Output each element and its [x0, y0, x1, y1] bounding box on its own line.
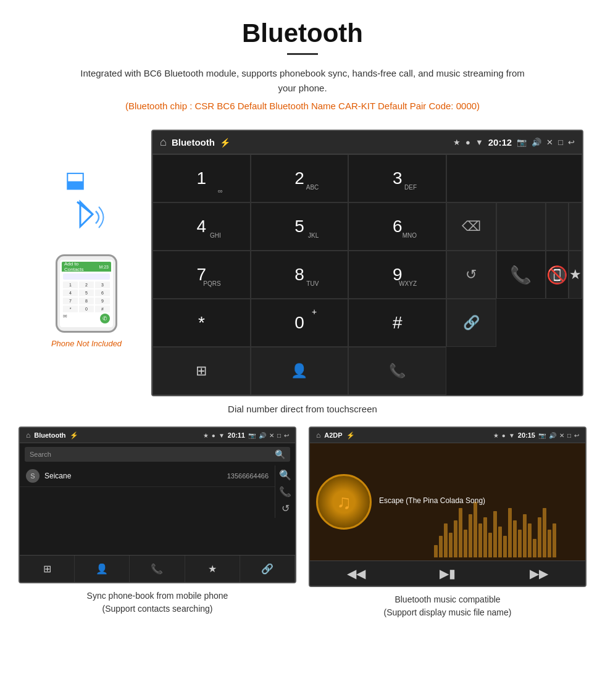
dial-key-1[interactable]: 1 ∞ [152, 154, 251, 202]
viz-bar [548, 530, 551, 557]
phonebook-caption-line2: (Support contacts searching) [102, 604, 213, 614]
phone-call-button[interactable]: ✆ [100, 314, 110, 323]
dial-key-star[interactable]: * [152, 299, 251, 347]
bluetooth-waves-svg [65, 193, 108, 242]
pb-win-icon[interactable]: □ [277, 432, 281, 439]
dial-empty-r2c2 [546, 202, 569, 251]
pb-contact-row[interactable]: S Seicane 13566664466 [20, 465, 275, 487]
pb-contact-number: 13566664466 [227, 472, 269, 480]
car-bluetooth-status: ★ [453, 138, 461, 147]
bluetooth-bottom-icon: ★ [569, 267, 582, 283]
pb-phone-right-icon[interactable]: 📞 [279, 486, 291, 498]
page-title: Bluetooth [25, 19, 580, 48]
phone-key-2[interactable]: 2 [79, 281, 94, 288]
pb-list: S Seicane 13566664466 [20, 465, 275, 518]
phone-key-9[interactable]: 9 [95, 298, 110, 304]
dial-key-0[interactable]: 0 + [251, 299, 349, 347]
phone-key-5[interactable]: 5 [79, 290, 94, 296]
phone-key-4[interactable]: 4 [63, 290, 78, 296]
dial-empty-r3c1 [569, 202, 582, 251]
dial-key-3[interactable]: 3 DEF [348, 154, 446, 202]
phonebook-card: ⌂ Bluetooth ⚡ ★ ● ▼ 20:11 📷 🔊 ✕ □ ↩ [19, 427, 296, 619]
car-back-icon[interactable]: ↩ [568, 138, 575, 147]
dial-key-8[interactable]: 8 TUV [251, 251, 349, 299]
music-prev-button[interactable]: ◀◀ [347, 566, 365, 581]
phone-icon: 📞 [389, 363, 406, 379]
car-close-icon[interactable]: ✕ [546, 138, 553, 147]
dial-key-4[interactable]: 4 GHI [152, 202, 251, 251]
viz-bar [488, 533, 492, 557]
pb-calls-btn[interactable]: 📞 [130, 556, 185, 582]
pb-back-icon[interactable]: ↩ [284, 432, 289, 439]
pb-contact-name: Seicane [44, 472, 227, 480]
phone-key-7[interactable]: 7 [63, 298, 78, 304]
pb-close-icon[interactable]: ✕ [269, 432, 274, 439]
dial-key-7[interactable]: 7 PQRS [152, 251, 251, 299]
dial-contact-icon[interactable]: 👤 [251, 347, 349, 395]
music-top-bar: ⌂ A2DP ⚡ ★ ● ▼ 20:15 📷 🔊 ✕ □ ↩ [310, 428, 585, 443]
pb-contacts-btn[interactable]: 👤 [75, 556, 130, 582]
dial-redial-button[interactable]: ↺ [446, 251, 496, 299]
phone-key-1[interactable]: 1 [63, 281, 78, 288]
viz-bar [508, 508, 512, 557]
dialpad-area: 1 ∞ 2 ABC 3 DEF 4 GHI 5 JKL [152, 154, 582, 395]
phone-key-0[interactable]: 0 [79, 306, 94, 312]
pb-bluetooth-btn[interactable]: ★ [185, 556, 240, 582]
dial-phone-icon[interactable]: 📞 [348, 347, 446, 395]
phone-key-star[interactable]: * [63, 306, 78, 312]
pb-top-right: ★ ● ▼ 20:11 📷 🔊 ✕ □ ↩ [203, 431, 289, 439]
viz-bar [533, 539, 536, 557]
pb-dialpad-btn[interactable]: ⊞ [20, 556, 75, 582]
pb-search-icon[interactable]: 🔍 [275, 449, 285, 459]
phone-key-8[interactable]: 8 [79, 298, 94, 304]
viz-bar [478, 523, 482, 557]
dial-key-hash[interactable]: # [348, 299, 446, 347]
phone-time: M:23 [99, 265, 109, 269]
pb-home-icon[interactable]: ⌂ [26, 431, 30, 440]
viz-bar [523, 514, 527, 557]
dial-key-6[interactable]: 6 MNO [348, 202, 446, 251]
dialpad-grid: 1 ∞ 2 ABC 3 DEF 4 GHI 5 JKL [152, 154, 446, 395]
page-header: Bluetooth Integrated with BC6 Bluetooth … [0, 0, 605, 130]
phone-key-6[interactable]: 6 [95, 290, 110, 296]
pb-bottom-bar: ⊞ 👤 📞 ★ 🔗 [20, 555, 295, 582]
dialpad-grid-icon: ⊞ [196, 363, 207, 379]
viz-bar [528, 523, 532, 557]
music-back-icon[interactable]: ↩ [574, 432, 579, 439]
pb-time: 20:11 [228, 431, 245, 439]
music-home-icon[interactable]: ⌂ [316, 431, 320, 440]
car-home-icon[interactable]: ⌂ [160, 136, 167, 149]
pb-refresh-right-icon[interactable]: ↺ [279, 502, 291, 514]
viz-bar [449, 533, 453, 557]
dial-key-5[interactable]: 5 JKL [251, 202, 349, 251]
phonebook-caption: Sync phone-book from mobile phone (Suppo… [87, 590, 228, 615]
music-next-button[interactable]: ▶▶ [530, 566, 548, 581]
phone-side: ⬓ Add to Contacts M:23 1 [22, 130, 151, 348]
music-caption-line1: Bluetooth music compatible [394, 594, 500, 604]
car-location-icon: ● [465, 138, 470, 147]
dial-key-9[interactable]: 9 WXYZ [348, 251, 446, 299]
music-play-pause-button[interactable]: ▶▮ [440, 566, 456, 581]
dial-key-2[interactable]: 2 ABC [251, 154, 349, 202]
car-camera-icon: 📷 [517, 138, 527, 147]
phone-key-3[interactable]: 3 [95, 281, 110, 288]
car-window-icon[interactable]: □ [558, 138, 563, 147]
viz-bar [434, 545, 438, 557]
phone-key-hash[interactable]: # [95, 306, 110, 312]
pb-search-right-icon[interactable]: 🔍 [279, 469, 291, 481]
dial-link-icon[interactable]: 🔗 [446, 299, 496, 347]
dial-call-button[interactable]: 📞 [496, 251, 546, 299]
car-top-bar: ⌂ Bluetooth ⚡ ★ ● ▼ 20:12 📷 🔊 ✕ □ ↩ [152, 131, 582, 154]
bluetooth-icon: ⬓ [65, 167, 108, 193]
pb-link-btn[interactable]: 🔗 [240, 556, 295, 582]
dial-grid-icon[interactable]: ⊞ [152, 347, 251, 395]
dial-backspace-button[interactable]: ⌫ [446, 202, 496, 251]
title-divider [287, 53, 318, 55]
music-close-icon[interactable]: ✕ [559, 432, 564, 439]
main-screenshot-area: ⬓ Add to Contacts M:23 1 [0, 130, 605, 396]
car-signal-icon: ▼ [475, 138, 483, 147]
dial-hangup-button[interactable]: 📵 [546, 251, 569, 299]
music-win-icon[interactable]: □ [567, 432, 571, 439]
dial-bluetooth-icon[interactable]: ★ [569, 251, 582, 299]
car-time: 20:12 [488, 137, 512, 148]
